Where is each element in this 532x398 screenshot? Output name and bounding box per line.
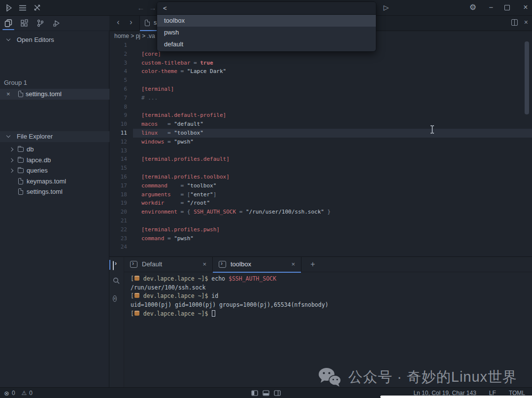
open-editor-item-settings-toml[interactable]: × settings.toml bbox=[0, 89, 109, 100]
history-forward-icon[interactable]: → bbox=[148, 4, 157, 13]
tree-item-keymaps.toml[interactable]: keymaps.toml bbox=[0, 176, 109, 187]
line-number: 10 bbox=[109, 120, 133, 129]
code-line[interactable]: arguments = ["enter"] bbox=[133, 190, 532, 199]
tree-item-queries[interactable]: queries bbox=[0, 165, 109, 176]
code-line[interactable] bbox=[133, 76, 532, 85]
code-line[interactable] bbox=[133, 217, 532, 225]
code-line[interactable]: macos = "default" bbox=[133, 120, 532, 129]
code-line[interactable]: [terminal.profiles.default] bbox=[133, 155, 532, 164]
code-line[interactable]: linux = "toolbox" bbox=[133, 129, 532, 138]
palette-item[interactable]: pwsh bbox=[157, 27, 376, 38]
close-editor-group-icon[interactable]: × bbox=[524, 19, 528, 26]
activity-bar bbox=[0, 16, 109, 31]
line-number: 18 bbox=[109, 190, 133, 199]
file-explorer-header[interactable]: File Explorer bbox=[0, 131, 109, 142]
code-line[interactable]: command = "pwsh" bbox=[133, 234, 532, 243]
code-line[interactable] bbox=[133, 146, 532, 155]
line-number: 11 bbox=[109, 129, 133, 138]
editor-code-lines: [core]custom-titlebar = truecolor-theme … bbox=[133, 41, 532, 252]
warning-count[interactable]: 0 bbox=[29, 390, 33, 397]
chevron-right-icon bbox=[9, 169, 13, 173]
line-number: 13 bbox=[109, 146, 133, 155]
error-count-icon[interactable]: ⊗ bbox=[4, 390, 9, 397]
package-emoji-icon bbox=[134, 276, 139, 281]
warning-count-icon[interactable]: ⚠ bbox=[22, 390, 27, 397]
code-line[interactable]: custom-titlebar = true bbox=[133, 59, 532, 68]
folder-icon bbox=[18, 168, 24, 173]
active-panel-indicator bbox=[2, 29, 14, 30]
line-number: 20 bbox=[109, 208, 133, 217]
tab-nav-back-icon[interactable]: ‹ bbox=[114, 18, 122, 27]
file-explorer-panel-icon[interactable] bbox=[4, 19, 12, 27]
palette-item[interactable]: default bbox=[157, 38, 376, 50]
source-control-panel-icon[interactable] bbox=[36, 19, 44, 27]
code-line[interactable]: environment = { SSH_AUTH_SOCK = "/run/us… bbox=[133, 208, 532, 217]
lapce-logo-icon bbox=[5, 4, 13, 12]
code-line[interactable]: workdir = "/root" bbox=[133, 199, 532, 208]
terminal-tab-toolbox[interactable]: toolbox× bbox=[213, 257, 301, 272]
toggle-bottom-panel-icon[interactable] bbox=[263, 390, 269, 397]
code-editor[interactable]: 123456789101112131415161718192021222324 … bbox=[109, 41, 532, 256]
file-explorer-title: File Explorer bbox=[17, 131, 53, 142]
chevron-right-icon bbox=[9, 147, 13, 151]
window-maximize-button[interactable] bbox=[504, 5, 510, 10]
file-tree: dblapce.dbquerieskeymaps.tomlsettings.to… bbox=[0, 144, 109, 197]
toggle-right-panel-icon[interactable] bbox=[274, 390, 281, 397]
tab-nav-forward-icon[interactable]: › bbox=[127, 18, 135, 27]
code-line[interactable]: commmand = "toolbox" bbox=[133, 181, 532, 190]
search-panel-icon[interactable] bbox=[113, 277, 120, 285]
folder-icon bbox=[18, 147, 24, 152]
remote-connection-icon[interactable] bbox=[33, 4, 41, 11]
code-line[interactable]: # ... bbox=[133, 94, 532, 103]
terminal-panel-icon[interactable] bbox=[113, 261, 114, 270]
editor-scrollbar[interactable] bbox=[525, 41, 529, 114]
tree-item-db[interactable]: db bbox=[0, 144, 109, 155]
close-terminal-icon[interactable]: × bbox=[291, 257, 295, 272]
terminal-line: [ dev.lapce.lapce ~]$ id bbox=[124, 292, 532, 301]
folder-icon bbox=[18, 158, 24, 163]
close-editor-icon[interactable]: × bbox=[6, 89, 10, 100]
chevron-down-icon bbox=[6, 134, 10, 138]
menu-icon[interactable] bbox=[19, 5, 27, 11]
close-terminal-icon[interactable]: × bbox=[202, 257, 206, 272]
watermark: 公众号 · 奇妙的Linux世界 bbox=[318, 365, 530, 390]
tree-item-settings.toml[interactable]: settings.toml bbox=[0, 186, 109, 197]
line-number: 8 bbox=[109, 103, 133, 111]
code-line[interactable]: [terminal] bbox=[133, 85, 532, 94]
code-line[interactable]: color-theme = "Lapce Dark" bbox=[133, 67, 532, 76]
split-editor-icon[interactable] bbox=[511, 19, 518, 26]
terminal-icon bbox=[130, 261, 137, 268]
code-line[interactable]: [terminal.profiles.toolbox] bbox=[133, 173, 532, 181]
toggle-left-panel-icon[interactable] bbox=[251, 390, 258, 397]
code-line[interactable] bbox=[133, 243, 532, 252]
palette-item[interactable]: toolbox bbox=[157, 15, 376, 27]
line-number: 17 bbox=[109, 181, 133, 190]
new-terminal-button[interactable]: + bbox=[305, 257, 320, 272]
terminal-tab-Default[interactable]: Default× bbox=[124, 257, 213, 272]
error-count[interactable]: 0 bbox=[12, 390, 15, 397]
code-line[interactable] bbox=[133, 164, 532, 173]
terminal-cursor bbox=[212, 310, 215, 317]
lapce-window: ← → ▷ ⚙ − × bbox=[0, 0, 532, 398]
extensions-panel-icon[interactable] bbox=[20, 19, 28, 27]
code-line[interactable] bbox=[133, 103, 532, 111]
terminal-tab-label: Default bbox=[142, 257, 162, 272]
settings-gear-icon[interactable]: ⚙ bbox=[468, 3, 477, 12]
line-number: 12 bbox=[109, 138, 133, 146]
window-close-button[interactable]: × bbox=[521, 3, 530, 12]
debug-panel-icon[interactable] bbox=[53, 19, 61, 27]
run-button[interactable]: ▷ bbox=[382, 3, 391, 12]
tree-item-lapce.db[interactable]: lapce.db bbox=[0, 155, 109, 166]
open-editors-title: Open Editors bbox=[17, 35, 54, 45]
window-minimize-button[interactable]: − bbox=[487, 3, 496, 12]
problems-panel-icon[interactable]: × bbox=[113, 293, 117, 302]
chevron-down-icon bbox=[6, 37, 10, 41]
open-editors-header[interactable]: Open Editors bbox=[0, 35, 109, 45]
line-number: 15 bbox=[109, 164, 133, 173]
history-back-icon[interactable]: ← bbox=[136, 4, 145, 13]
palette-input[interactable] bbox=[157, 2, 376, 15]
code-line[interactable]: windows = "pwsh" bbox=[133, 138, 532, 146]
code-line[interactable]: [terminal.default-profile] bbox=[133, 111, 532, 120]
code-line[interactable]: [terminal.profiles.pwsh] bbox=[133, 225, 532, 234]
active-panel-indicator bbox=[109, 260, 110, 270]
